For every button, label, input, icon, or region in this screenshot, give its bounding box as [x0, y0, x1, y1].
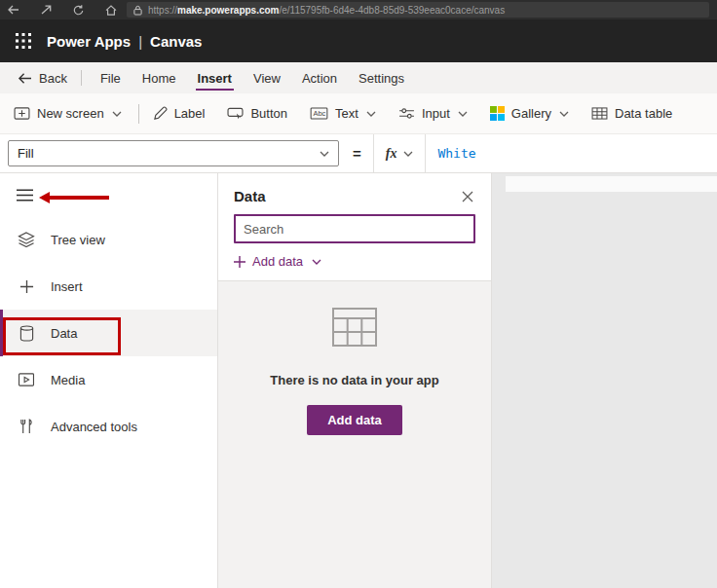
sidebar-item-label: Media — [51, 373, 85, 387]
lock-icon — [133, 5, 142, 16]
url-domain: make.powerapps.com — [177, 5, 279, 16]
button-control-button[interactable]: Button — [227, 106, 287, 121]
browser-refresh-icon[interactable] — [73, 5, 84, 16]
sidebar-item-media[interactable]: Media — [0, 356, 217, 403]
collapse-menu-button[interactable] — [0, 173, 217, 216]
address-bar[interactable]: https://make.powerapps.com/e/115795fb-6d… — [127, 2, 709, 18]
add-data-link-label: Add data — [252, 254, 303, 269]
menu-bar: Back File Home Insert View Action Settin… — [0, 62, 717, 93]
property-dropdown[interactable]: Fill — [8, 140, 339, 166]
data-panel-header: Data — [218, 173, 491, 214]
browser-home-icon[interactable] — [105, 5, 117, 16]
menu-item-home[interactable]: Home — [132, 62, 187, 93]
browser-toolbar: https://make.powerapps.com/e/115795fb-6d… — [0, 0, 717, 19]
chevron-down-icon — [112, 111, 122, 117]
sidebar-item-label: Tree view — [51, 233, 105, 247]
new-screen-label: New screen — [37, 106, 104, 121]
sidebar-item-tree-view[interactable]: Tree view — [0, 216, 217, 263]
url-path: /e/115795fb-6d4e-4db8-85d9-539eeac0cace/… — [280, 5, 506, 16]
browser-forward-icon[interactable] — [41, 5, 52, 15]
tools-icon — [17, 419, 36, 434]
chevron-down-icon — [366, 111, 376, 117]
new-screen-button[interactable]: New screen — [14, 106, 122, 121]
chevron-down-icon — [559, 111, 569, 117]
page-title: Canvas — [150, 33, 202, 50]
add-data-button[interactable]: Add data — [307, 405, 402, 435]
chevron-down-icon — [403, 151, 413, 157]
input-control-icon — [398, 107, 415, 120]
menu-item-insert[interactable]: Insert — [187, 62, 243, 93]
sidebar-item-data[interactable]: Data — [0, 310, 217, 356]
gallery-icon — [490, 106, 505, 121]
url-text: https://make.powerapps.com/e/115795fb-6d… — [148, 5, 505, 16]
menu-item-settings[interactable]: Settings — [348, 62, 415, 93]
svg-text:Abc: Abc — [314, 109, 326, 118]
tree-view-icon — [17, 232, 36, 247]
main-area: Tree view Insert Data Media Advanc — [0, 173, 717, 588]
menu-item-view[interactable]: View — [243, 62, 291, 93]
formula-input[interactable]: White — [426, 146, 717, 161]
text-control-button[interactable]: Abc Text — [310, 106, 376, 121]
button-control-icon — [227, 107, 244, 121]
menu-item-file[interactable]: File — [90, 62, 132, 93]
gallery-label: Gallery — [511, 106, 551, 121]
left-rail: Tree view Insert Data Media Advanc — [0, 173, 218, 588]
formula-bar: Fill = fx White — [0, 134, 717, 173]
property-dropdown-value: Fill — [18, 146, 34, 161]
data-empty-state: There is no data in your app Add data — [218, 280, 491, 588]
empty-state-message: There is no data in your app — [270, 373, 438, 387]
fx-label: fx — [386, 146, 397, 162]
add-data-link[interactable]: Add data — [218, 243, 491, 280]
gallery-button[interactable]: Gallery — [490, 106, 569, 121]
insert-toolbar: New screen Label Button Abc Text Input — [0, 93, 717, 134]
sidebar-item-label: Advanced tools — [51, 420, 137, 434]
close-button[interactable] — [460, 189, 475, 204]
fx-dropdown[interactable]: fx — [373, 134, 427, 172]
chevron-down-icon — [312, 259, 321, 265]
data-panel-title: Data — [234, 188, 266, 204]
close-icon — [462, 191, 473, 202]
app-header: Power Apps | Canvas — [0, 19, 717, 62]
data-table-button[interactable]: Data table — [591, 106, 672, 121]
plus-icon — [234, 256, 245, 268]
data-table-icon — [591, 107, 608, 120]
data-table-label: Data table — [615, 106, 672, 121]
brand-separator: | — [138, 33, 142, 50]
database-icon — [17, 325, 36, 342]
back-label: Back — [39, 71, 67, 86]
back-arrow-icon — [18, 72, 32, 85]
input-control-button[interactable]: Input — [398, 106, 468, 121]
plus-icon — [17, 279, 36, 294]
text-control-icon: Abc — [310, 107, 328, 120]
hamburger-icon — [17, 189, 33, 202]
sidebar-item-label: Data — [51, 326, 77, 341]
app-launcher-waffle-icon[interactable] — [0, 19, 47, 62]
chevron-down-icon — [458, 111, 468, 117]
sidebar-item-advanced-tools[interactable]: Advanced tools — [0, 403, 217, 450]
text-control-label: Text — [335, 106, 358, 121]
toolbar-divider — [138, 104, 139, 124]
table-icon — [332, 308, 377, 347]
input-control-label: Input — [422, 106, 450, 121]
label-icon — [153, 106, 168, 121]
brand-name: Power Apps — [47, 33, 131, 50]
new-screen-icon — [14, 107, 30, 120]
back-button[interactable]: Back — [12, 62, 73, 93]
app-title-group: Power Apps | Canvas — [47, 33, 202, 50]
media-icon — [17, 373, 36, 386]
url-scheme: https:// — [148, 5, 177, 16]
search-input[interactable] — [234, 214, 475, 243]
equals-sign: = — [353, 145, 361, 162]
button-control-label: Button — [250, 106, 287, 121]
canvas-area[interactable] — [492, 173, 717, 588]
menu-item-action[interactable]: Action — [291, 62, 348, 93]
sidebar-item-insert[interactable]: Insert — [0, 263, 217, 310]
sidebar-item-label: Insert — [51, 279, 83, 294]
label-label: Label — [174, 106, 206, 121]
data-panel: Data Add data There is no data in your a… — [218, 173, 492, 588]
label-button[interactable]: Label — [153, 106, 206, 121]
browser-back-icon[interactable] — [8, 5, 19, 15]
menu-divider — [81, 70, 82, 86]
canvas-top-strip — [506, 176, 717, 192]
chevron-down-icon — [320, 151, 329, 157]
